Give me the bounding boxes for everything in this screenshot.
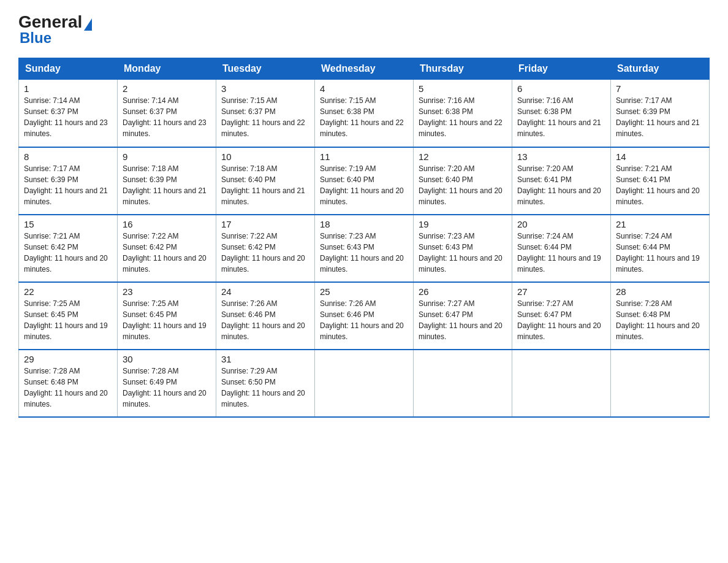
day-info: Sunrise: 7:29 AMSunset: 6:50 PMDaylight:… <box>221 366 309 410</box>
day-cell: 6Sunrise: 7:16 AMSunset: 6:38 PMDaylight… <box>512 80 611 147</box>
day-cell: 10Sunrise: 7:18 AMSunset: 6:40 PMDayligh… <box>216 147 315 215</box>
day-number: 23 <box>123 286 211 297</box>
day-info: Sunrise: 7:15 AMSunset: 6:38 PMDaylight:… <box>320 95 408 139</box>
day-info: Sunrise: 7:17 AMSunset: 6:39 PMDaylight:… <box>616 95 704 139</box>
day-info: Sunrise: 7:23 AMSunset: 6:43 PMDaylight:… <box>419 231 507 275</box>
day-cell: 3Sunrise: 7:15 AMSunset: 6:37 PMDaylight… <box>216 80 315 147</box>
day-info: Sunrise: 7:17 AMSunset: 6:39 PMDaylight:… <box>24 163 112 207</box>
day-number: 19 <box>419 219 507 229</box>
week-row-4: 22Sunrise: 7:25 AMSunset: 6:45 PMDayligh… <box>19 282 710 350</box>
day-info: Sunrise: 7:28 AMSunset: 6:49 PMDaylight:… <box>123 366 211 410</box>
day-number: 9 <box>123 151 211 162</box>
day-cell: 14Sunrise: 7:21 AMSunset: 6:41 PMDayligh… <box>611 147 710 215</box>
day-cell: 16Sunrise: 7:22 AMSunset: 6:42 PMDayligh… <box>118 215 216 282</box>
day-cell: 29Sunrise: 7:28 AMSunset: 6:48 PMDayligh… <box>19 350 118 417</box>
day-number: 27 <box>517 286 605 297</box>
day-cell: 24Sunrise: 7:26 AMSunset: 6:46 PMDayligh… <box>216 282 315 350</box>
day-cell: 23Sunrise: 7:25 AMSunset: 6:45 PMDayligh… <box>118 282 216 350</box>
day-cell: 15Sunrise: 7:21 AMSunset: 6:42 PMDayligh… <box>19 215 118 282</box>
day-info: Sunrise: 7:18 AMSunset: 6:40 PMDaylight:… <box>221 163 309 207</box>
day-cell: 4Sunrise: 7:15 AMSunset: 6:38 PMDaylight… <box>315 80 414 147</box>
day-number: 5 <box>419 83 507 94</box>
calendar-table: SundayMondayTuesdayWednesdayThursdayFrid… <box>18 58 710 418</box>
day-info: Sunrise: 7:19 AMSunset: 6:40 PMDaylight:… <box>320 163 408 207</box>
day-number: 26 <box>419 286 507 297</box>
day-number: 15 <box>24 219 112 229</box>
col-header-thursday: Thursday <box>414 58 512 80</box>
day-cell: 26Sunrise: 7:27 AMSunset: 6:47 PMDayligh… <box>414 282 512 350</box>
day-cell: 19Sunrise: 7:23 AMSunset: 6:43 PMDayligh… <box>414 215 512 282</box>
day-cell: 7Sunrise: 7:17 AMSunset: 6:39 PMDaylight… <box>611 80 710 147</box>
col-header-tuesday: Tuesday <box>216 58 315 80</box>
day-cell <box>512 350 611 417</box>
col-header-saturday: Saturday <box>611 58 710 80</box>
day-info: Sunrise: 7:24 AMSunset: 6:44 PMDaylight:… <box>616 231 704 275</box>
day-number: 31 <box>221 354 309 364</box>
day-cell: 21Sunrise: 7:24 AMSunset: 6:44 PMDayligh… <box>611 215 710 282</box>
day-info: Sunrise: 7:14 AMSunset: 6:37 PMDaylight:… <box>24 95 112 139</box>
day-info: Sunrise: 7:27 AMSunset: 6:47 PMDaylight:… <box>419 298 507 342</box>
day-info: Sunrise: 7:27 AMSunset: 6:47 PMDaylight:… <box>517 298 605 342</box>
day-info: Sunrise: 7:26 AMSunset: 6:46 PMDaylight:… <box>221 298 309 342</box>
col-header-monday: Monday <box>118 58 216 80</box>
day-info: Sunrise: 7:22 AMSunset: 6:42 PMDaylight:… <box>123 231 211 275</box>
day-number: 2 <box>123 83 211 94</box>
day-cell: 11Sunrise: 7:19 AMSunset: 6:40 PMDayligh… <box>315 147 414 215</box>
day-number: 7 <box>616 83 704 94</box>
logo-triangle-icon <box>84 18 92 31</box>
day-number: 6 <box>517 83 605 94</box>
day-cell: 18Sunrise: 7:23 AMSunset: 6:43 PMDayligh… <box>315 215 414 282</box>
day-info: Sunrise: 7:15 AMSunset: 6:37 PMDaylight:… <box>221 95 309 139</box>
day-info: Sunrise: 7:14 AMSunset: 6:37 PMDaylight:… <box>123 95 211 139</box>
page-header: General Blue <box>18 12 710 47</box>
day-cell: 12Sunrise: 7:20 AMSunset: 6:40 PMDayligh… <box>414 147 512 215</box>
day-number: 25 <box>320 286 408 297</box>
day-number: 11 <box>320 151 408 162</box>
week-row-3: 15Sunrise: 7:21 AMSunset: 6:42 PMDayligh… <box>19 215 710 282</box>
day-cell: 9Sunrise: 7:18 AMSunset: 6:39 PMDaylight… <box>118 147 216 215</box>
day-cell <box>414 350 512 417</box>
day-cell: 31Sunrise: 7:29 AMSunset: 6:50 PMDayligh… <box>216 350 315 417</box>
day-info: Sunrise: 7:20 AMSunset: 6:41 PMDaylight:… <box>517 163 605 207</box>
day-cell <box>611 350 710 417</box>
day-info: Sunrise: 7:25 AMSunset: 6:45 PMDaylight:… <box>24 298 112 342</box>
day-info: Sunrise: 7:21 AMSunset: 6:42 PMDaylight:… <box>24 231 112 275</box>
day-number: 4 <box>320 83 408 94</box>
day-info: Sunrise: 7:16 AMSunset: 6:38 PMDaylight:… <box>517 95 605 139</box>
day-number: 8 <box>24 151 112 162</box>
day-cell: 30Sunrise: 7:28 AMSunset: 6:49 PMDayligh… <box>118 350 216 417</box>
day-number: 20 <box>517 219 605 229</box>
day-cell: 1Sunrise: 7:14 AMSunset: 6:37 PMDaylight… <box>19 80 118 147</box>
week-row-1: 1Sunrise: 7:14 AMSunset: 6:37 PMDaylight… <box>19 80 710 147</box>
day-info: Sunrise: 7:18 AMSunset: 6:39 PMDaylight:… <box>123 163 211 207</box>
day-info: Sunrise: 7:28 AMSunset: 6:48 PMDaylight:… <box>24 366 112 410</box>
col-header-sunday: Sunday <box>19 58 118 80</box>
day-info: Sunrise: 7:16 AMSunset: 6:38 PMDaylight:… <box>419 95 507 139</box>
week-row-5: 29Sunrise: 7:28 AMSunset: 6:48 PMDayligh… <box>19 350 710 417</box>
col-header-wednesday: Wednesday <box>315 58 414 80</box>
day-cell: 25Sunrise: 7:26 AMSunset: 6:46 PMDayligh… <box>315 282 414 350</box>
day-number: 14 <box>616 151 704 162</box>
logo: General Blue <box>18 12 92 47</box>
day-number: 22 <box>24 286 112 297</box>
day-info: Sunrise: 7:28 AMSunset: 6:48 PMDaylight:… <box>616 298 704 342</box>
day-info: Sunrise: 7:23 AMSunset: 6:43 PMDaylight:… <box>320 231 408 275</box>
day-number: 28 <box>616 286 704 297</box>
day-number: 17 <box>221 219 309 229</box>
day-info: Sunrise: 7:25 AMSunset: 6:45 PMDaylight:… <box>123 298 211 342</box>
day-number: 16 <box>123 219 211 229</box>
week-row-2: 8Sunrise: 7:17 AMSunset: 6:39 PMDaylight… <box>19 147 710 215</box>
day-number: 18 <box>320 219 408 229</box>
day-cell: 13Sunrise: 7:20 AMSunset: 6:41 PMDayligh… <box>512 147 611 215</box>
day-cell: 27Sunrise: 7:27 AMSunset: 6:47 PMDayligh… <box>512 282 611 350</box>
day-info: Sunrise: 7:20 AMSunset: 6:40 PMDaylight:… <box>419 163 507 207</box>
day-info: Sunrise: 7:22 AMSunset: 6:42 PMDaylight:… <box>221 231 309 275</box>
day-number: 1 <box>24 83 112 94</box>
day-number: 13 <box>517 151 605 162</box>
day-info: Sunrise: 7:21 AMSunset: 6:41 PMDaylight:… <box>616 163 704 207</box>
logo-blue-text: Blue <box>20 29 51 47</box>
day-info: Sunrise: 7:26 AMSunset: 6:46 PMDaylight:… <box>320 298 408 342</box>
day-cell: 8Sunrise: 7:17 AMSunset: 6:39 PMDaylight… <box>19 147 118 215</box>
day-cell: 5Sunrise: 7:16 AMSunset: 6:38 PMDaylight… <box>414 80 512 147</box>
day-number: 30 <box>123 354 211 364</box>
